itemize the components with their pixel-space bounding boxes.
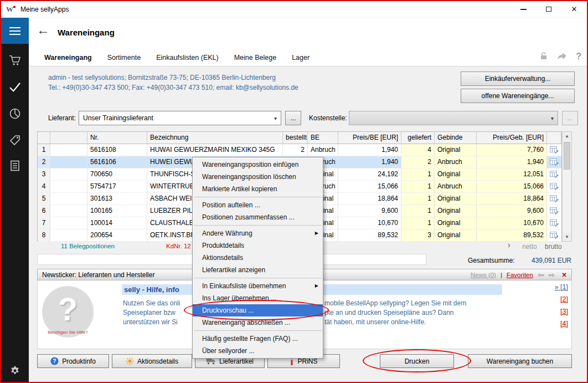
row-edit-icon[interactable] [547,181,561,193]
header-preis-be[interactable]: Preis/BE [EUR] [338,132,401,144]
scroll-down-icon[interactable]: ▼ [563,233,571,241]
help-caption: Benötigen Sie Hilfe? [42,330,94,335]
cell-preis-be: 18,864 [338,193,401,205]
menu-item-position-aufteilen[interactable]: Position aufteilen ... [193,199,323,211]
row-edit-icon[interactable] [547,168,561,181]
drucken-button[interactable]: Drucken [380,354,454,368]
menu-item-ins-lager-übernehmen[interactable]: Ins Lager übernehmen ... [193,292,323,304]
table-row[interactable]: 15616108HUWAI GEWUERZMARIN MEXIKO 345G2A… [38,144,561,156]
newsticker-title: Newsticker: Lieferanten und Hersteller [42,271,154,279]
einkaeuferverwaltung-button[interactable]: Einkäuferverwaltung... [461,72,575,86]
prev-arrow-icon[interactable]: ⇦ [538,270,544,279]
favoriten-link[interactable]: Favoriten [507,272,533,278]
pie-chart-icon[interactable] [1,105,29,122]
menu-item-label: In Einkaufsliste übernehmen [202,282,286,290]
row-edit-icon[interactable] [547,193,561,205]
tab-lager[interactable]: Lager [292,54,310,62]
news-page-link[interactable]: » [1] [532,283,568,295]
menu-item-über-sellyorder[interactable]: Über sellyorder ... [193,345,323,357]
minimize-button[interactable] [510,1,536,17]
netto-label[interactable]: netto [522,243,537,251]
next-arrow-icon[interactable]: ⇨ [549,270,555,279]
supplier-address: admin - test sellysolutions; Bornitzstra… [48,74,276,81]
menu-item-produktdetails[interactable]: Produktdetails [193,239,323,252]
row-edit-icon[interactable] [547,156,561,168]
cell-geliefert: 1 [401,193,435,205]
aktionsdetails-button[interactable]: Aktionsdetails [112,354,192,368]
news-text: unterstützen wir Si [123,318,178,326]
button-label: Aktionsdetails [137,358,178,365]
menu-item-lieferartikel-anzeigen[interactable]: Lieferartikel anzeigen [193,264,323,276]
tab-wareneingang[interactable]: Wareneingang [44,54,92,62]
menu-item-label: Wareneingang abschließen ... [202,319,290,326]
menu-item-druckvorschau[interactable]: Druckvorschau ... [193,304,323,316]
tab-sortimente[interactable]: Sortimente [107,54,141,62]
row-edit-icon[interactable] [547,229,561,242]
cell-preis-geb: 15,066 [477,181,547,193]
row-edit-icon[interactable] [547,144,561,156]
table-scrollbar[interactable]: ▲ ▼ [562,131,572,242]
row-edit-icon[interactable] [547,205,561,217]
menu-item-wareneingang-abschließen[interactable]: Wareneingang abschließen ... [193,316,323,329]
header-bezeichnung[interactable]: Bezeichnung [147,132,283,144]
menu-item-positionen-zusammenfassen[interactable]: Positionen zusammenfassen ... [193,211,323,223]
tab-meine-belege[interactable]: Meine Belege [234,54,276,62]
context-menu: Wareneingangsposition einfügenWareneinga… [192,157,323,359]
cell-preis-geb: 7,760 [477,144,547,156]
cart-icon[interactable] [1,52,29,69]
button-label: ... [567,114,572,122]
header-geliefert[interactable]: geliefert [401,132,435,144]
scroll-thumb[interactable] [564,142,570,170]
hamburger-menu-icon[interactable] [1,18,29,44]
maximize-button[interactable] [536,1,561,17]
news-link[interactable]: News (0) [471,272,496,278]
cell-nr: 5754717 [87,181,147,193]
brutto-label[interactable]: brutto [545,243,562,251]
news-text: pte an und drucken Speisepläne aus? Dann [324,309,454,316]
offene-wareneingaenge-button[interactable]: offene Wareneingänge... [461,89,575,103]
back-arrow-icon[interactable]: ← [37,23,50,37]
header-bestellt[interactable]: bestellt [283,132,308,144]
news-page-link[interactable]: [2] [532,295,568,308]
lieferant-browse-button[interactable]: ... [285,111,301,125]
wareneingang-buchen-button[interactable]: Wareneingang buchen [468,354,572,368]
produktinfo-button[interactable]: ?Produktinfo [37,354,109,368]
header-be[interactable]: BE [308,132,338,144]
menu-item-wareneingangsposition-löschen[interactable]: Wareneingangsposition löschen [193,171,323,183]
price-tag-icon[interactable] [1,132,29,149]
cell-geliefert: 4 [401,144,435,156]
catalog-book-icon[interactable] [1,157,29,174]
lock-icon[interactable] [539,52,548,62]
help-icon[interactable]: ? [576,52,581,62]
tab-einkaufslisten-ekl[interactable]: Einkaufslisten (EKL) [156,54,219,62]
share-arrow-icon[interactable] [557,52,567,62]
menu-separator [194,225,322,226]
lieferant-value: Unser Trainingslieferant [83,114,153,122]
menu-item-in-einkaufsliste-übernehmen[interactable]: In Einkaufsliste übernehmen▶ [193,280,323,292]
row-marker-cell [50,168,87,181]
header-preis-geb[interactable]: Preis/Geb. [EUR] [477,132,547,144]
cell-bezeichnung: HUWAI GEWUERZMARIN MEXIKO 345G [147,144,283,156]
news-page-link[interactable]: [3] [532,308,568,320]
kostenstelle-combobox[interactable]: ▾ [349,111,558,125]
header-nr[interactable]: Nr. [87,132,147,144]
row-edit-icon[interactable] [547,217,561,229]
cell-gebinde: Original [435,229,477,242]
hscroll-right-icon[interactable]: › [508,241,510,249]
menu-item-wareneingangsposition-einfügen[interactable]: Wareneingangsposition einfügen [193,159,323,171]
menu-item-markierte-artikel-kopieren[interactable]: Markierte Artikel kopieren [193,183,323,195]
row-number: 8 [38,229,50,242]
menu-item-aktionsdetails[interactable]: Aktionsdetails [193,252,323,264]
news-headline[interactable]: selly - Hilfe, info [124,285,179,294]
menu-item-häufig-gestellte-fragen-faq[interactable]: Häufig gestellte Fragen (FAQ) ... [193,333,323,345]
cell-nr: 5616108 [87,144,147,156]
lieferant-combobox[interactable]: Unser Trainingslieferant ▾ [79,111,281,125]
menu-item-andere-währung[interactable]: Andere Währung▶ [193,227,323,239]
news-page-link[interactable]: [4] [532,320,568,332]
scroll-up-icon[interactable]: ▲ [563,132,571,140]
checkmark-icon[interactable] [1,79,29,95]
close-button[interactable]: ✕ [561,1,587,17]
menu-item-label: Aktionsdetails [202,254,243,262]
newsticker-close-icon[interactable]: ✕ [561,271,567,279]
header-gebinde[interactable]: Gebinde [435,132,477,144]
